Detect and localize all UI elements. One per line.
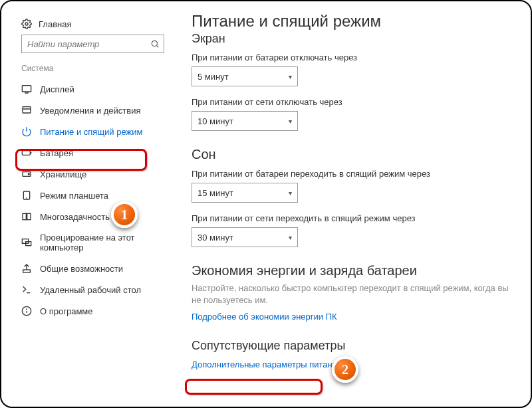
power-icon	[21, 126, 32, 137]
sidebar-item-label: Уведомления и действия	[40, 106, 141, 116]
sidebar-item-tablet-mode[interactable]: Режим планшета	[1, 185, 176, 206]
select-value: 30 минут	[198, 233, 233, 243]
search-icon	[150, 39, 160, 49]
svg-point-1	[152, 41, 157, 46]
svg-line-2	[157, 46, 159, 48]
sidebar-item-label: Дисплей	[40, 84, 74, 94]
screen-plugged-label: При питании от сети отключать через	[192, 97, 515, 107]
sidebar-item-label: Удаленный рабочий стол	[40, 285, 141, 295]
sidebar-item-label: Общие возможности	[40, 264, 123, 274]
svg-rect-19	[23, 270, 31, 272]
sidebar-item-shared[interactable]: Общие возможности	[1, 258, 176, 279]
screen-battery-label: При питании от батареи отключать через	[192, 52, 515, 62]
additional-power-settings-link[interactable]: Дополнительные параметры питания	[192, 359, 342, 369]
svg-rect-5	[23, 107, 31, 113]
svg-rect-3	[22, 86, 31, 92]
remote-desktop-icon	[21, 284, 32, 295]
gear-icon	[21, 19, 32, 29]
sidebar-item-label: О программе	[40, 306, 93, 316]
svg-point-11	[28, 173, 29, 175]
sidebar-item-label: Батарея	[40, 148, 73, 158]
sleep-plugged-label: При питании от сети переходить в спящий …	[192, 213, 515, 223]
annotation-badge-1: 1	[111, 201, 138, 228]
sidebar-item-label: Многозадачность	[40, 212, 110, 222]
energy-learn-more-link[interactable]: Подробнее об экономии энергии ПК	[192, 312, 337, 322]
main-content: Питание и спящий режим Экран При питании…	[176, 9, 531, 407]
home-label: Главная	[39, 19, 71, 29]
chevron-down-icon: ▾	[289, 234, 292, 241]
sidebar-item-storage[interactable]: Хранилище	[1, 163, 176, 185]
section-related: Сопутствующие параметры	[192, 339, 515, 353]
svg-rect-14	[23, 213, 26, 219]
display-icon	[21, 84, 32, 94]
multitasking-icon	[21, 211, 32, 222]
section-screen: Экран	[192, 32, 515, 46]
notifications-icon	[21, 105, 32, 116]
sidebar-item-label: Питание и спящий режим	[40, 127, 142, 137]
chevron-down-icon: ▾	[289, 189, 292, 197]
sidebar-item-remote-desktop[interactable]: Удаленный рабочий стол	[1, 279, 176, 300]
settings-sidebar: Главная Система Дисплей Уведомления и де…	[1, 9, 176, 407]
svg-point-0	[25, 23, 28, 25]
select-value: 5 минут	[198, 72, 229, 82]
energy-description: Настройте, насколько быстро компьютер пе…	[192, 282, 515, 306]
sleep-battery-select[interactable]: 15 минут ▾	[192, 183, 298, 203]
sidebar-item-multitasking[interactable]: Многозадачность	[1, 206, 176, 227]
search-field[interactable]	[27, 39, 150, 49]
page-title: Питание и спящий режим	[192, 12, 515, 31]
annotation-badge-2: 2	[332, 356, 358, 383]
sidebar-item-display[interactable]: Дисплей	[1, 78, 176, 100]
search-input[interactable]	[21, 35, 164, 53]
svg-rect-15	[27, 213, 31, 219]
svg-rect-8	[22, 151, 30, 155]
sidebar-item-label: Проецирование на этот компьютер	[40, 233, 164, 253]
screen-battery-select[interactable]: 5 минут ▾	[192, 66, 298, 86]
sleep-plugged-select[interactable]: 30 минут ▾	[192, 227, 298, 247]
sidebar-item-projecting[interactable]: Проецирование на этот компьютер	[1, 227, 176, 258]
select-value: 15 минут	[198, 188, 233, 198]
sidebar-item-label: Режим планшета	[40, 191, 108, 201]
chevron-down-icon: ▾	[289, 73, 292, 80]
section-energy: Экономия энергии и заряда батареи	[192, 263, 515, 278]
sidebar-item-label: Хранилище	[40, 169, 86, 179]
svg-point-23	[27, 309, 27, 310]
sleep-battery-label: При питании от батареи переходить в спящ…	[192, 169, 515, 179]
battery-icon	[21, 148, 32, 158]
sidebar-item-about[interactable]: О программе	[1, 300, 176, 322]
sidebar-item-notifications[interactable]: Уведомления и действия	[1, 100, 176, 121]
sidebar-category: Система	[1, 64, 176, 78]
screen-plugged-select[interactable]: 10 минут ▾	[192, 111, 298, 131]
select-value: 10 минут	[198, 116, 233, 126]
section-sleep: Сон	[192, 147, 515, 162]
sidebar-item-power-sleep[interactable]: Питание и спящий режим	[1, 121, 176, 142]
sidebar-home[interactable]: Главная	[1, 16, 176, 35]
sidebar-item-battery[interactable]: Батарея	[1, 142, 176, 163]
chevron-down-icon: ▾	[289, 118, 292, 125]
shared-icon	[21, 263, 32, 274]
storage-icon	[21, 169, 32, 179]
info-icon	[21, 306, 32, 316]
projecting-icon	[21, 237, 32, 248]
tablet-icon	[21, 190, 32, 201]
